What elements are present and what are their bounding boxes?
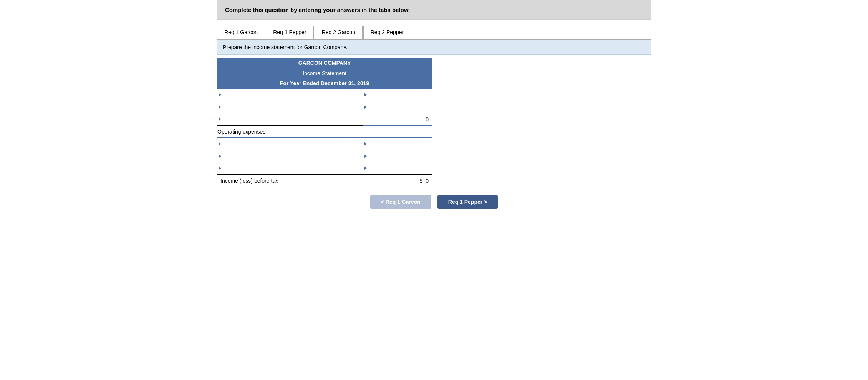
row5-value-arrow-icon <box>364 154 367 158</box>
row3-value-cell: 0 <box>363 113 432 126</box>
row2-label-input[interactable] <box>217 101 363 113</box>
table-row <box>217 162 432 175</box>
row6-value-arrow-icon <box>364 166 367 170</box>
nav-buttons: < Req 1 Garcon Req 1 Pepper > <box>217 195 651 209</box>
tab-req2-pepper[interactable]: Req 2 Pepper <box>363 26 411 39</box>
row6-arrow-icon <box>219 166 221 170</box>
row4-value-input[interactable] <box>363 138 432 150</box>
table-row <box>217 101 432 113</box>
statement-container: GARCON COMPANY Income Statement For Year… <box>217 58 432 187</box>
row2-value-input[interactable] <box>363 101 432 113</box>
tab-req1-pepper[interactable]: Req 1 Pepper <box>266 26 313 39</box>
row1-arrow-icon <box>219 93 221 97</box>
operating-expenses-label: Operating expenses <box>217 126 363 138</box>
tab-req1-garcon[interactable]: Req 1 Garcon <box>217 26 265 39</box>
instruction-bar: Complete this question by entering your … <box>217 0 651 20</box>
table-row <box>217 89 432 101</box>
row1-value-input[interactable] <box>363 89 432 101</box>
prev-button[interactable]: < Req 1 Garcon <box>370 195 431 209</box>
row6-label-input[interactable] <box>217 162 363 174</box>
tabs-row: Req 1 Garcon Req 1 Pepper Req 2 Garcon R… <box>217 26 651 40</box>
table-row <box>217 150 432 162</box>
row5-label-input[interactable] <box>217 150 363 162</box>
next-button[interactable]: Req 1 Pepper > <box>437 195 498 209</box>
table-row <box>217 138 432 150</box>
operating-expenses-value-cell <box>363 126 432 138</box>
row1-value-arrow-icon <box>364 93 367 97</box>
row3-value: 0 <box>426 116 429 122</box>
statement-period: For Year Ended December 31, 2019 <box>217 78 432 88</box>
total-value: 0 <box>426 178 429 184</box>
tab-req2-garcon[interactable]: Req 2 Garcon <box>315 26 363 39</box>
operating-expenses-row: Operating expenses <box>217 126 432 138</box>
table-row: 0 <box>217 113 432 126</box>
row4-value-arrow-icon <box>364 142 367 146</box>
row6-value-input[interactable] <box>363 162 432 174</box>
statement-title: Income Statement <box>217 68 432 78</box>
row3-label-input[interactable] <box>217 113 363 125</box>
total-row: Income (loss) before tax $ 0 <box>217 175 432 187</box>
row4-label-input[interactable] <box>217 138 363 150</box>
income-statement-table: 0 Operating expenses <box>217 88 432 187</box>
total-value-cell: $ 0 <box>363 175 432 187</box>
row2-arrow-icon <box>219 105 221 109</box>
row2-value-arrow-icon <box>364 105 367 109</box>
row5-value-input[interactable] <box>363 150 432 162</box>
instruction-strip: Prepare the income statement for Garcon … <box>217 40 651 55</box>
row4-arrow-icon <box>219 142 221 146</box>
company-name: GARCON COMPANY <box>217 58 432 68</box>
row1-label-input[interactable] <box>217 89 363 101</box>
total-label-cell: Income (loss) before tax <box>217 175 363 187</box>
total-dollar: $ <box>419 178 422 184</box>
row5-arrow-icon <box>219 154 221 158</box>
row3-arrow-icon <box>219 117 221 121</box>
